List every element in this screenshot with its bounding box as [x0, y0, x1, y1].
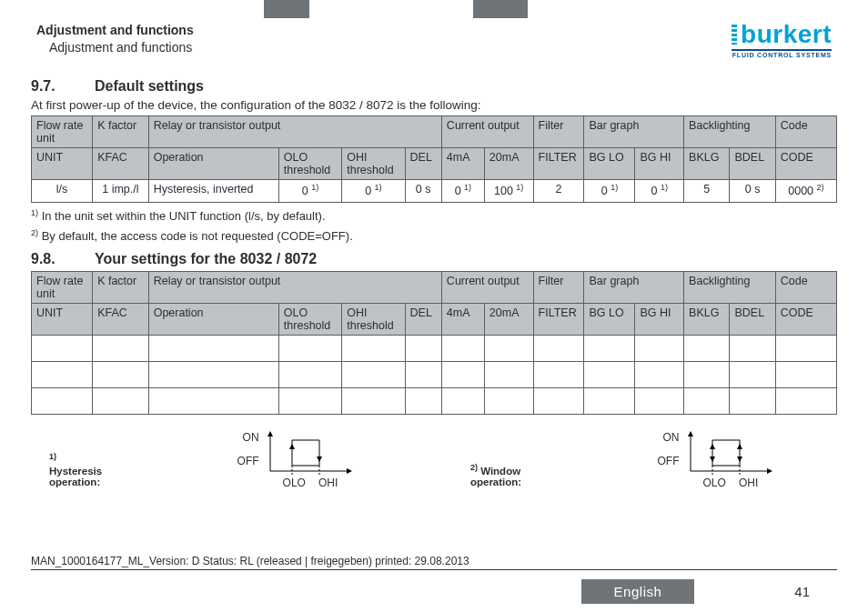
param-unit: UNIT [32, 148, 93, 180]
svg-marker-8 [289, 444, 295, 449]
param-ohi: OHI threshold [342, 303, 405, 335]
svg-marker-9 [317, 456, 322, 462]
val-ohi: 0 1) [342, 180, 405, 203]
param-filter: FILTER [533, 148, 584, 180]
group-current: Current output [441, 116, 533, 148]
param-oper: Operation [148, 148, 278, 180]
val-bdel: 0 s [730, 180, 775, 203]
section-98-number: 9.8. [31, 251, 69, 267]
window-label: 2) Window operation: [470, 463, 521, 489]
param-oper: Operation [148, 303, 278, 335]
param-20ma: 20mA [484, 148, 533, 180]
label-off: OFF [532, 455, 682, 467]
label-on: ON [113, 431, 262, 444]
document-metadata-line: MAN_1000164177_ML_Version: D Status: RL … [31, 555, 837, 570]
group-bargraph: Bar graph [584, 271, 684, 303]
svg-marker-22 [737, 444, 742, 449]
group-backlight: Backlighting [684, 116, 776, 148]
param-bklg: BKLG [684, 303, 730, 335]
val-kfac: 1 imp./l [93, 180, 149, 203]
table-row: Flow rate unit K factor Relay or transis… [32, 116, 837, 148]
page-content: 9.7. Default settings At first power-up … [0, 64, 868, 489]
language-badge: English [581, 579, 695, 604]
val-bklg: 5 [684, 180, 730, 203]
label-olo: OLO [283, 477, 306, 489]
param-20ma: 20mA [484, 303, 533, 335]
param-bghi: BG HI [635, 148, 684, 180]
group-kfac: K factor [93, 116, 149, 148]
table-row: UNIT KFAC Operation OLO threshold OHI th… [32, 303, 837, 335]
val-20ma: 100 1) [484, 180, 533, 203]
group-relay: Relay or transistor output [148, 116, 441, 148]
default-settings-table: Flow rate unit K factor Relay or transis… [31, 115, 837, 203]
param-olo: OLO threshold [278, 148, 341, 180]
group-filter: Filter [533, 271, 584, 303]
param-del: DEL [405, 303, 441, 335]
param-4ma: 4mA [441, 303, 484, 335]
group-backlight: Backlighting [684, 271, 776, 303]
param-bghi: BG HI [635, 303, 684, 335]
svg-marker-20 [710, 444, 715, 449]
val-olo: 0 1) [278, 180, 341, 203]
param-bdel: BDEL [730, 303, 775, 335]
param-bdel: BDEL [730, 148, 775, 180]
group-kfac: K factor [93, 271, 149, 303]
svg-marker-23 [737, 456, 742, 462]
group-filter: Filter [533, 116, 584, 148]
group-bargraph: Bar graph [584, 116, 684, 148]
logo-dots-icon [732, 25, 737, 45]
param-unit: UNIT [32, 303, 93, 335]
param-ohi: OHI threshold [342, 148, 405, 180]
footnote-2: 2) By default, the access code is not re… [31, 228, 837, 243]
table-row [32, 387, 837, 414]
section-98-heading: 9.8. Your settings for the 8032 / 8072 [31, 251, 837, 267]
your-settings-table: Flow rate unit K factor Relay or transis… [31, 271, 837, 415]
param-code: CODE [775, 303, 836, 335]
val-bglo: 0 1) [584, 180, 635, 203]
table-row [32, 335, 837, 361]
param-kfac: KFAC [93, 303, 149, 335]
label-off: OFF [113, 455, 262, 467]
footnote-1: 1) In the unit set within the UNIT funct… [31, 208, 837, 223]
label-ohi: OHI [739, 477, 758, 489]
param-bglo: BG LO [584, 303, 635, 335]
section-97-title: Default settings [95, 78, 204, 95]
svg-marker-1 [267, 431, 273, 436]
svg-marker-21 [710, 456, 715, 462]
brand-tagline: FLUID CONTROL SYSTEMS [732, 49, 832, 58]
group-relay: Relay or transistor output [148, 271, 441, 303]
table-row: l/s 1 imp./l Hysteresis, inverted 0 1) 0… [32, 180, 837, 203]
param-bklg: BKLG [684, 148, 730, 180]
val-unit: l/s [32, 180, 93, 203]
table-row: Flow rate unit K factor Relay or transis… [32, 271, 837, 303]
group-code: Code [775, 116, 836, 148]
param-kfac: KFAC [93, 148, 149, 180]
brand-logo: burkert FLUID CONTROL SYSTEMS [732, 22, 832, 58]
label-olo: OLO [703, 477, 726, 489]
window-diagram-icon [685, 431, 772, 477]
window-diagram-block: 2) Window operation: ON OFF [470, 431, 837, 489]
section-97-number: 9.7. [31, 78, 69, 95]
val-filter: 2 [533, 180, 584, 203]
section-97-heading: 9.7. Default settings [31, 78, 837, 95]
page-footer: English 41 [0, 577, 868, 605]
label-ohi: OHI [318, 477, 338, 489]
val-del: 0 s [405, 180, 441, 203]
page-header: Adjustment and functions Adjustment and … [0, 0, 868, 64]
decor-bar-right [473, 0, 528, 18]
param-olo: OLO threshold [278, 303, 341, 335]
breadcrumb-sub: Adjustment and functions [36, 39, 194, 56]
val-4ma: 0 1) [441, 180, 484, 203]
section-98-title: Your settings for the 8032 / 8072 [95, 251, 317, 267]
group-code: Code [775, 271, 836, 303]
section-97-intro: At first power-up of the device, the con… [31, 98, 837, 112]
diagrams-row: 1) Hysteresis operation: ON OFF [31, 431, 837, 489]
group-current: Current output [441, 271, 533, 303]
param-bglo: BG LO [584, 148, 635, 180]
label-on: ON [532, 431, 682, 444]
page-number: 41 [794, 584, 810, 599]
param-del: DEL [405, 148, 441, 180]
svg-marker-3 [347, 468, 352, 474]
table-row [32, 361, 837, 387]
group-flow: Flow rate unit [32, 116, 93, 148]
